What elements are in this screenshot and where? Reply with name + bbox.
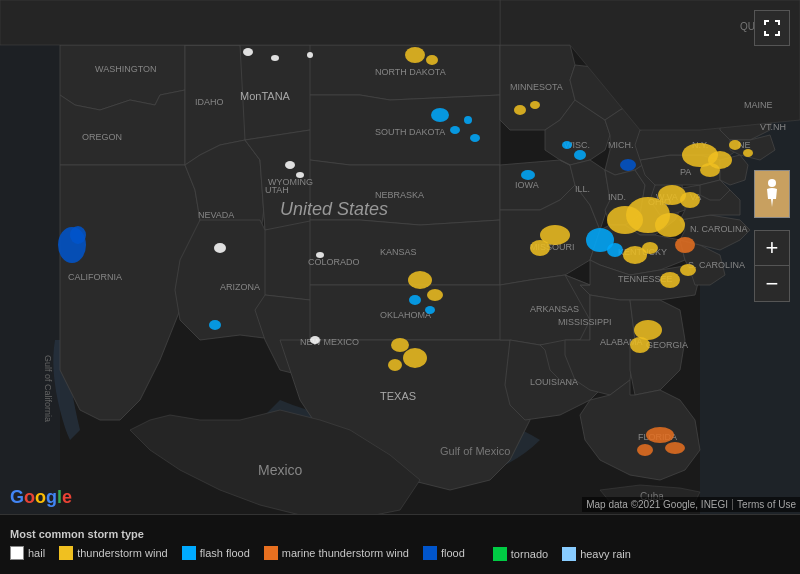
label-arkansas: ARKANSAS: [530, 304, 579, 314]
label-louisiana: LOUISIANA: [530, 377, 578, 387]
map-container[interactable]: WASHINGTON OREGON CALIFORNIA IDAHO NEVAD…: [0, 0, 800, 574]
legend-item-hail: hail: [10, 546, 45, 560]
label-washington: WASHINGTON: [95, 64, 157, 74]
legend-item-heavy-rain: heavy rain: [562, 547, 631, 561]
label-minnesota: MINNESOTA: [510, 82, 563, 92]
map-controls: + −: [754, 10, 790, 302]
legend-label-heavy-rain: heavy rain: [580, 548, 631, 560]
pegman-button[interactable]: [754, 170, 790, 218]
storm-nj-wind: [700, 163, 720, 177]
legend-swatch-flood: [423, 546, 437, 560]
legend-item-marine: marine thunderstorm wind: [264, 546, 409, 560]
storm-co-hail: [316, 252, 324, 258]
label-oklahoma: OKLAHOMA: [380, 310, 431, 320]
map-attribution: Map data ©2021 Google, INEGI Terms of Us…: [582, 497, 800, 512]
storm-tx-wind: [391, 338, 409, 352]
attribution-text: Map data ©2021 Google, INEGI: [586, 499, 728, 510]
storm-ga-wind: [634, 320, 662, 340]
label-north-carolina: N. CAROLINA: [690, 224, 748, 234]
legend-label-flash-flood: flash flood: [200, 547, 250, 559]
label-united-states: United States: [280, 199, 388, 219]
label-michigan: MICH.: [608, 140, 634, 150]
fullscreen-button[interactable]: [754, 10, 790, 46]
label-south-carolina: S. CAROLINA: [688, 260, 745, 270]
storm-ne-wind: [729, 140, 741, 150]
label-north-dakota: NORTH DAKOTA: [375, 67, 446, 77]
label-montana: MonTANA: [240, 90, 291, 102]
storm-oh-wind-2: [655, 213, 685, 237]
legend-label-wind: thunderstorm wind: [77, 547, 168, 559]
storm-montana-hail-3: [307, 52, 313, 58]
storm-ky-wind-2: [642, 242, 658, 254]
storm-nm-hail: [310, 336, 320, 344]
storm-az-flood: [209, 320, 221, 330]
legend-label-flood: flood: [441, 547, 465, 559]
terms-of-use-link[interactable]: Terms of Use: [732, 499, 796, 510]
label-gulf-mexico: Gulf of Mexico: [440, 445, 510, 457]
legend-swatch-flash-flood: [182, 546, 196, 560]
storm-wy-hail-2: [296, 172, 304, 178]
storm-nd-wind: [405, 47, 425, 63]
svg-point-4: [768, 179, 776, 187]
google-logo: Google: [10, 487, 72, 508]
storm-sd-flood-3: [464, 116, 472, 124]
zoom-controls: + −: [754, 230, 790, 302]
storm-ok-wind: [408, 271, 432, 289]
legend-bar: Most common storm type hail thunderstorm…: [0, 514, 800, 574]
storm-fl-marine-3: [637, 444, 653, 456]
label-oregon: OREGON: [82, 132, 122, 142]
storm-ca-flood-2: [70, 226, 86, 244]
legend-swatch-tornado: [493, 547, 507, 561]
label-nevada: NEVADA: [198, 210, 234, 220]
storm-ct-wind: [743, 149, 753, 157]
legend-label-tornado: tornado: [511, 548, 548, 560]
legend-swatch-heavy-rain: [562, 547, 576, 561]
label-indiana: IND.: [608, 192, 626, 202]
legend-item-flood: flood: [423, 546, 465, 560]
storm-sd-flood-4: [470, 134, 480, 142]
storm-sd-flood: [431, 108, 449, 122]
storm-mn-wind-2: [530, 101, 540, 109]
map-background: WASHINGTON OREGON CALIFORNIA IDAHO NEVAD…: [0, 0, 800, 530]
label-kansas: KANSAS: [380, 247, 417, 257]
storm-il-flood-2: [607, 243, 623, 257]
storm-ok-flood: [409, 295, 421, 305]
legend-item-flash-flood: flash flood: [182, 546, 250, 560]
label-mexico: Mexico: [258, 462, 303, 478]
storm-nc-wind: [680, 264, 696, 276]
storm-mn-wind: [514, 105, 526, 115]
svg-rect-2: [0, 0, 60, 530]
label-gulf-california: Gulf of California: [43, 355, 53, 422]
storm-fl-marine: [646, 427, 674, 443]
storm-sd-flood-2: [450, 126, 460, 134]
label-wyoming: WYOMING: [268, 177, 313, 187]
legend-label-marine: marine thunderstorm wind: [282, 547, 409, 559]
label-texas: TEXAS: [380, 390, 416, 402]
label-south-dakota: SOUTH DAKOTA: [375, 127, 445, 137]
storm-mo-wind-2: [530, 240, 550, 256]
label-pa: PA: [680, 167, 691, 177]
label-arizona: ARIZONA: [220, 282, 260, 292]
legend-title: Most common storm type: [10, 528, 790, 540]
storm-ky-marine: [675, 237, 695, 253]
storm-montana-hail-1: [243, 48, 253, 56]
legend-swatch-wind: [59, 546, 73, 560]
label-california: CALIFORNIA: [68, 272, 122, 282]
storm-nv-hail: [214, 243, 226, 253]
label-colorado: COLORADO: [308, 257, 360, 267]
storm-wi-flood: [562, 141, 572, 149]
storm-fl-marine-2: [665, 442, 685, 454]
label-iowa: IOWA: [515, 180, 539, 190]
zoom-in-button[interactable]: +: [754, 230, 790, 266]
map-svg: WASHINGTON OREGON CALIFORNIA IDAHO NEVAD…: [0, 0, 800, 530]
storm-tx-wind-3: [388, 359, 402, 371]
label-illinois: ILL.: [575, 184, 590, 194]
legend-items: hail thunderstorm wind flash flood marin…: [10, 544, 790, 562]
storm-ok-flood-2: [425, 306, 435, 314]
label-mississippi: MISSISSIPPI: [558, 317, 612, 327]
zoom-out-button[interactable]: −: [754, 266, 790, 302]
storm-va-wind: [680, 192, 700, 208]
legend-swatch-marine: [264, 546, 278, 560]
legend-swatch-hail: [10, 546, 24, 560]
label-new-mexico: NEW MEXICO: [300, 337, 359, 347]
